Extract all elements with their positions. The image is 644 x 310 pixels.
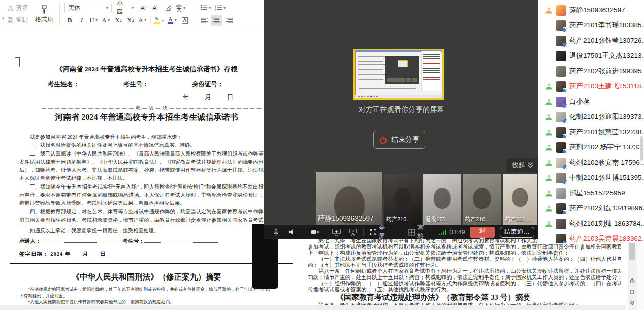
participant-silhouette	[473, 188, 491, 209]
paste-dropdown-partial[interactable]: ▾	[0, 0, 6, 28]
highlight-color-button[interactable]: ✎▼	[153, 15, 166, 26]
avatar	[556, 51, 566, 61]
previous-page-button[interactable]	[628, 276, 636, 285]
document-page-2: 第七十九条 考生在国家教育考试中有下列行为之一的，由组织考试的教育考试机构工作人…	[308, 238, 623, 309]
video-tile[interactable]: 薛静15093632597	[316, 172, 382, 225]
grid-view-button[interactable]: 宫格	[404, 225, 434, 239]
video-tile-name: 药产210…	[386, 215, 412, 223]
speaker-button[interactable]	[284, 225, 300, 239]
participant-row[interactable]: 药产2102张前进199395…	[538, 64, 644, 79]
font-name-value: 黑体	[68, 4, 80, 12]
share-preview-document-bottom	[358, 84, 417, 94]
underline-button[interactable]: U▼	[88, 15, 100, 26]
font-size-select[interactable]: 小四▼	[113, 3, 137, 13]
video-tile[interactable]: 药产210…	[503, 174, 537, 225]
superscript-button[interactable]: X2	[113, 15, 124, 26]
participant-row[interactable]: 药剂2102 杨宇宁 13733…	[538, 140, 644, 155]
copy-button[interactable]: 复制	[7, 15, 28, 25]
numbered-list-icon: 123	[215, 5, 222, 11]
grow-font-button[interactable]: A+	[138, 3, 149, 13]
sup-base: X	[115, 16, 119, 24]
whiteboard-button[interactable]	[345, 225, 361, 239]
document-line: 第八十条 任何组织或者个人在国家教育考试中有下列行为之一，有违法所得的，由公安机…	[308, 268, 621, 274]
participant-row[interactable]: 药产2101张钰莹130726…	[538, 33, 644, 48]
participant-name: 邢星15515225959	[569, 189, 625, 198]
format-painter-button[interactable]: 格式刷	[31, 0, 57, 28]
video-tile[interactable]: 退役175…	[423, 174, 461, 225]
avatar-image	[556, 188, 566, 199]
character-border-button[interactable]: A	[179, 15, 190, 26]
share-screen-button[interactable]	[328, 225, 345, 239]
document-paragraph: 二、我已认真阅读《中华人民共和国刑法》、《最高人民法院最高人民检察院关于办理组织…	[19, 150, 274, 183]
avatar	[556, 142, 566, 153]
person-status-icon	[545, 220, 553, 228]
collapse-button[interactable]: 收起	[507, 158, 538, 172]
participant-row[interactable]: 白小茗	[538, 94, 644, 109]
participant-row[interactable]: 退役17501王文杰13213…	[538, 48, 644, 64]
scissors-icon	[7, 5, 14, 11]
end-call-button[interactable]: 结束通…	[500, 227, 534, 238]
exit-button[interactable]: 退出	[470, 227, 495, 238]
select-browse-object-button[interactable]	[628, 288, 636, 296]
clear-format-button[interactable]	[163, 3, 174, 13]
participant-row[interactable]: 药产2102刘磊13419896…	[538, 201, 644, 216]
mobile-device-badge	[563, 88, 567, 93]
avatar	[556, 112, 566, 122]
video-tile[interactable]: 药产210…	[384, 174, 422, 225]
avatar	[556, 81, 566, 92]
participant-row[interactable]: 药剂2101刘灿 1863784…	[538, 216, 644, 231]
text-effects-button[interactable]: A▼	[137, 15, 148, 26]
document-page-1: 《河南省 2024 年普通高校专升本招生考生诚信承诺书》存根 考生姓名： 考生号…	[10, 38, 283, 307]
participant-row[interactable]: 化制2101张迎阳139373…	[538, 109, 644, 125]
scrollbar-thumb[interactable]	[629, 242, 635, 260]
participant-row[interactable]: 药产2101姚慧莹132238…	[538, 125, 644, 140]
share-preview-thumbnail[interactable]	[353, 49, 444, 100]
participant-row[interactable]: 邢星15515225959	[538, 185, 644, 201]
phonetic-guide-button[interactable]: wén文 ▼	[175, 3, 187, 13]
call-timer: 03:49	[449, 229, 465, 236]
italic-button[interactable]: I	[76, 15, 87, 26]
next-page-button[interactable]	[628, 299, 636, 307]
avatar	[556, 5, 566, 16]
participant-row[interactable]: 药产2101李书瑶183385…	[538, 18, 644, 33]
participant-list-scrollbar[interactable]	[640, 136, 643, 161]
person-status-icon	[545, 190, 553, 197]
fullscreen-button[interactable]: 全屏	[366, 225, 395, 239]
participant-row[interactable]: 药产2103吴诗晨183362…	[538, 231, 644, 243]
subscript-button[interactable]: X2	[125, 15, 136, 26]
bullet-list-button[interactable]: ▼	[199, 3, 213, 13]
exit-label: 退出	[479, 227, 486, 243]
whiteboard-icon	[349, 228, 357, 236]
font-name-select[interactable]: 黑体▼	[64, 3, 112, 13]
avatar	[556, 219, 566, 229]
align-center-button[interactable]	[211, 15, 222, 26]
mobile-device-badge	[563, 27, 567, 32]
font-color-button[interactable]: A▼	[167, 15, 178, 26]
end-share-button[interactable]: 结束分享	[373, 131, 425, 149]
participant-row[interactable]: 中制2101张世博151395…	[538, 170, 644, 185]
control-separator	[326, 228, 326, 236]
video-tile-name: 药产210…	[505, 215, 531, 223]
section-divider	[10, 263, 293, 264]
bold-button[interactable]: B	[64, 15, 75, 26]
strikethrough-button[interactable]: A▼	[101, 15, 112, 26]
align-left-button[interactable]	[199, 15, 210, 26]
power-icon	[379, 136, 388, 144]
microphone-button[interactable]	[268, 225, 284, 239]
person-status-icon	[545, 144, 553, 151]
signature-dotted-line	[144, 238, 218, 243]
camera-button[interactable]	[307, 225, 324, 239]
cut-button[interactable]: 剪切	[7, 3, 28, 13]
document-scrollbar[interactable]	[628, 240, 637, 310]
participant-row[interactable]: 药产2103王建飞153118…	[538, 79, 644, 94]
document-paragraph: 三、我知晓今年专升本招生考试实行“无声入场”，即入场检查时“智能安检门”和金属探…	[19, 183, 274, 208]
numbered-list-button[interactable]: 123▼	[214, 3, 228, 13]
align-right-button[interactable]	[223, 15, 235, 26]
video-tile-name: 退役175…	[425, 215, 451, 223]
participant-silhouette	[394, 188, 411, 209]
video-tile[interactable]: 药产210…	[463, 174, 501, 225]
participant-row[interactable]: 药剂2102耿安南 17596…	[538, 155, 644, 170]
participant-row[interactable]: 薛静15093632597	[538, 3, 644, 18]
shrink-font-button[interactable]: A−	[150, 3, 162, 13]
participant-name: 药产2102张前进199395…	[569, 67, 644, 76]
